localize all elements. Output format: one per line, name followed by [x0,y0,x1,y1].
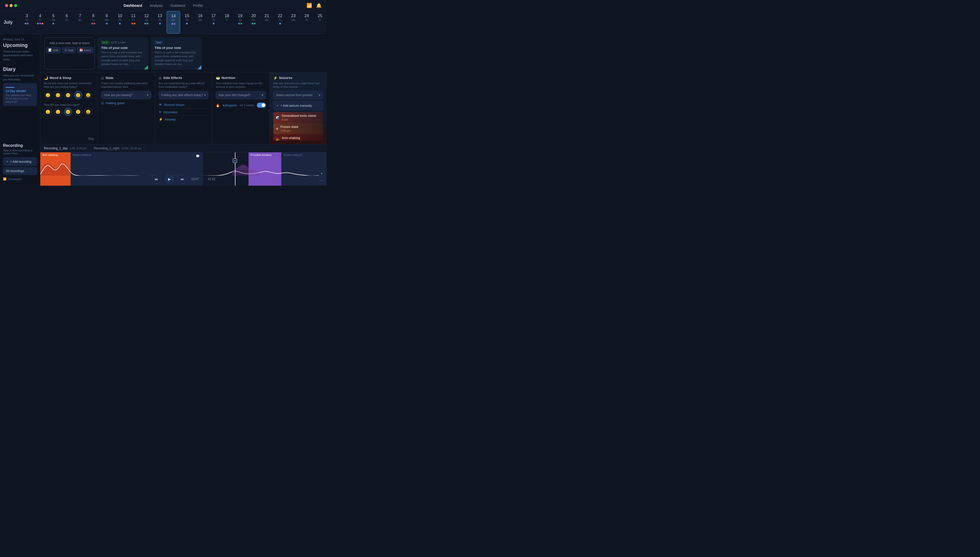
note-corner-1 [143,64,148,69]
playhead[interactable] [235,152,235,186]
rec2-time: 10.02 -10.34 am [122,147,142,150]
notification-icon[interactable]: 🔔 [316,3,321,8]
event-btn-label: Event [84,49,91,52]
note-btn-label: Note [53,49,58,52]
event-button[interactable]: 📅 Event [77,47,93,53]
mood-emoji-row: 😞 😔 😐 🙂 😄 [44,91,94,99]
side-effects-dropdown[interactable]: Feeling any side effects today? ▾ [159,91,208,99]
nav-analysis[interactable]: Analysis [150,3,163,8]
cal-day-19[interactable]: 19 Sa [234,11,247,34]
playhead-handle[interactable]: ⬌ [233,158,237,163]
cal-day-9[interactable]: 9 We [100,11,114,34]
main-nav: Dashboard Analysis Guidance Profile [124,3,203,8]
note-title-2: Title of your note [154,46,198,50]
zoom-out-button[interactable]: － [319,178,325,184]
all-recordings-button[interactable]: All recordings [3,167,37,175]
cal-day-14-today[interactable]: 14 Mo [167,11,180,34]
recording-section: Recording Start a new recording or revie… [3,143,37,182]
close-button[interactable] [5,4,8,7]
sleep-very-sad[interactable]: 😞 [44,108,52,116]
sleep-happy[interactable]: 🙂 [74,108,82,116]
seizure-frozen-icon: ❄ [276,127,279,131]
possible-incident-label: Possible incident [251,153,271,156]
dizziness-label: Dizziness [164,110,178,114]
connection-button[interactable]: 📶 Connection [3,176,22,182]
upcoming-desc: These are your tasks, appointments and n… [3,50,37,61]
chevron-down-icon: ▾ [147,93,148,97]
mood-happy[interactable]: 🙂 [74,91,82,99]
chevron-down-icon-se: ▾ [204,93,206,97]
cal-day-25[interactable]: 25 Fr [313,11,327,34]
skip-button[interactable]: Skip [44,137,94,140]
feeling-good-label: Feeling good [101,101,151,105]
sleep-emoji-row: 😞 😔 😐 🙂 😄 [44,108,94,116]
cal-day-4[interactable]: 4 Fr [34,11,47,34]
sleep-very-happy[interactable]: 😄 [84,108,92,116]
cal-day-23[interactable]: 23 We [287,11,300,34]
nav-profile[interactable]: Profile [193,3,203,8]
seizures-desc: Add any seizures you might have had toda… [273,81,323,89]
nav-dashboard[interactable]: Dashboard [124,3,142,8]
side-effects-title: Side Effects [163,76,182,80]
note-author-1: by Dr. Lecter [111,41,125,44]
cal-day-24[interactable]: 24 Th [300,11,313,34]
minimize-button[interactable] [10,4,13,7]
cal-day-17[interactable]: 17 Th [207,11,220,34]
cal-day-6[interactable]: 6 Su [60,11,73,34]
zoom-in-button[interactable]: ＋ [319,171,325,177]
note-card-2-header: Note [154,41,198,44]
cal-day-16[interactable]: 16 We [193,11,207,34]
note-button[interactable]: 📝 Note [46,47,61,53]
play-button[interactable]: ▶ [165,174,174,184]
side-effect-dizziness: ✦ Dizziness [159,109,208,116]
nutrition-ketogenic: 🔥 Ketogenic for 3 weeks [216,101,266,109]
add-seizure-manually-button[interactable]: ＋ + Add seizure manually [273,101,323,110]
sleep-sad[interactable]: 😔 [54,108,62,116]
mood-very-sad[interactable]: 😞 [44,91,52,99]
cal-day-10[interactable]: 10 Th [113,11,127,34]
nav-guidance[interactable]: Guidance [170,3,185,8]
cal-day-18[interactable]: 18 Fr [220,11,234,34]
notes-strip: Add a new note, task or event 📝 Note ☑ T… [41,34,327,72]
task-button[interactable]: ☑ Task [62,47,76,53]
cal-day-3[interactable]: 3 Th [20,11,34,34]
cal-day-21[interactable]: 21 Mo [260,11,274,34]
playback-current-time: 23:47 [191,178,199,181]
seizure-preset-dropdown[interactable]: Select seizure from presets ▾ [273,91,323,99]
note-card-1: Note by Dr. Lecter Title of your note Th… [98,37,148,70]
seizures-header: ⚡ Seizures [273,76,323,80]
mood-neutral[interactable]: 😐 [64,91,72,99]
seizure-item-generalized: 🌊 Generalized tonic clonic 2 pm [273,112,323,123]
skip-back-button[interactable]: ⏮ [152,174,161,184]
sidebar: Monday, June 14 Upcoming These are your … [0,34,41,186]
cal-day-7[interactable]: 7 Mo [73,11,87,34]
state-dropdown[interactable]: How are you feeling? ▾ [101,91,151,99]
seizure-item-frozen: ❄ Frozen state 3:30 pm [273,123,323,134]
cal-day-8[interactable]: 8 Tu [87,11,100,34]
module-nutrition: 🥗 Nutrition Your nutrition may have impa… [212,72,269,144]
recording-2-tab[interactable]: Recording_2_night 10.02 -10.34 am [91,144,146,152]
recording-strip: Recording_1_day 3.45 -3.34 pm Recording_… [41,144,327,186]
connection-label: Connection [8,178,22,181]
cal-day-11[interactable]: 11 Fr [127,11,140,34]
moon-icon: 🌙 [44,76,48,80]
add-recording-button[interactable]: ＋ + Add recording [3,157,37,166]
mood-sad[interactable]: 😔 [54,91,62,99]
cal-day-20[interactable]: 20 Su [247,11,260,34]
ketogenic-toggle[interactable] [257,103,266,108]
event-icon: 📅 [80,49,83,52]
sleep-neutral[interactable]: 😐 [64,108,72,116]
recording-title: Recording [3,143,37,148]
cal-day-22[interactable]: 22 Tu [274,11,287,34]
cal-day-13[interactable]: 13 Su [153,11,167,34]
cal-day-5[interactable]: 5 Sa [47,11,60,34]
recording-1-tab[interactable]: Recording_1_day 3.45 -3.34 pm [41,144,91,152]
module-side-effects: ⚠ Side Effects Are you experiencing any … [155,72,212,144]
diary-title: Diary [3,66,37,72]
cal-day-15[interactable]: 15 Tu [180,11,193,34]
maximize-button[interactable] [14,4,17,7]
nutrition-dropdown[interactable]: Has your diet changed? ▾ [216,91,266,99]
cal-day-12[interactable]: 12 Sa [140,11,153,34]
mood-very-happy[interactable]: 😄 [84,91,92,99]
skip-forward-button[interactable]: ⏭ [178,174,187,184]
